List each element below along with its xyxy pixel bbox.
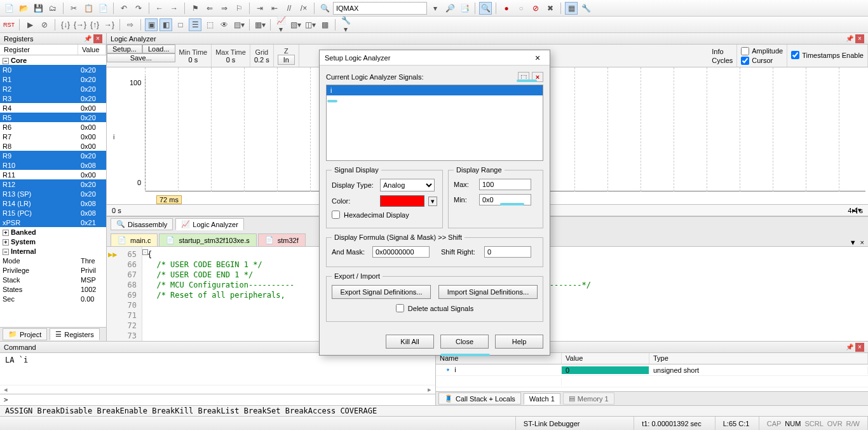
register-row[interactable]: R60x00 bbox=[0, 122, 106, 132]
run-to-cursor-icon[interactable]: →} bbox=[103, 18, 116, 31]
signal-item[interactable]: i bbox=[327, 85, 543, 95]
register-row[interactable]: R00x20 bbox=[0, 65, 106, 74]
delete-actual-check[interactable] bbox=[396, 304, 404, 312]
watch-col-value[interactable]: Value bbox=[562, 353, 649, 364]
register-row[interactable]: R20x20 bbox=[0, 84, 106, 94]
bookmark-next-icon[interactable]: ⇒ bbox=[218, 2, 231, 15]
scroll-left-icon[interactable]: ◂ bbox=[4, 385, 8, 394]
register-row[interactable]: R50x20 bbox=[0, 113, 106, 122]
and-mask-input[interactable] bbox=[372, 246, 430, 258]
register-row[interactable]: R13 (SP)0x20 bbox=[0, 189, 106, 198]
find-combo[interactable] bbox=[333, 2, 427, 15]
file-tab[interactable]: 📄main.c bbox=[111, 233, 158, 246]
dialog-close-icon[interactable]: × bbox=[531, 52, 545, 64]
bp-delete-icon[interactable]: ⊘ bbox=[529, 2, 542, 15]
watch-enter-expression[interactable] bbox=[436, 376, 868, 387]
open-icon[interactable]: 📂 bbox=[17, 2, 30, 15]
register-row[interactable]: Sec0.00 bbox=[0, 294, 106, 303]
pin-icon[interactable]: 📌 bbox=[845, 343, 854, 352]
register-group[interactable]: −Internal bbox=[0, 246, 106, 256]
save-icon[interactable]: 💾 bbox=[32, 2, 44, 15]
close-button[interactable]: Close bbox=[440, 335, 489, 349]
callstack-window-icon[interactable]: ⬚ bbox=[203, 18, 216, 31]
cut-icon[interactable]: ✂ bbox=[67, 2, 80, 15]
watch-col-type[interactable]: Type bbox=[649, 353, 868, 364]
show-next-icon[interactable]: ⇨ bbox=[124, 18, 137, 31]
copy-icon[interactable]: 📋 bbox=[82, 2, 95, 15]
watch-rows[interactable]: 🔹 i0unsigned short bbox=[436, 364, 868, 391]
col-register[interactable]: Register bbox=[0, 45, 78, 55]
disasm-window-icon[interactable]: ◧ bbox=[159, 18, 172, 31]
toolbox-icon[interactable]: ▩ bbox=[318, 18, 331, 31]
reset-icon[interactable]: RST bbox=[3, 18, 15, 31]
debug-icon[interactable]: 🔍 bbox=[479, 2, 492, 15]
undo-icon[interactable]: ↶ bbox=[118, 2, 130, 15]
register-row[interactable]: R30x20 bbox=[0, 94, 106, 103]
bookmark-prev-icon[interactable]: ⇐ bbox=[203, 2, 216, 15]
register-row[interactable]: StackMSP bbox=[0, 275, 106, 284]
la-load-button[interactable]: Load... bbox=[142, 45, 175, 53]
bp-disable-icon[interactable]: ○ bbox=[515, 2, 527, 15]
shift-right-input[interactable] bbox=[484, 246, 531, 258]
run-icon[interactable]: ▶ bbox=[24, 18, 36, 31]
outdent-icon[interactable]: ⇤ bbox=[268, 2, 281, 15]
la-save-button[interactable]: Save... bbox=[107, 53, 175, 62]
signals-list[interactable]: i bbox=[326, 85, 543, 161]
tab-logic-analyzer[interactable]: 📈 Logic Analyzer bbox=[175, 218, 244, 230]
forward-icon[interactable]: → bbox=[168, 2, 180, 15]
timestamps-check[interactable] bbox=[791, 51, 799, 59]
register-row[interactable]: R90x20 bbox=[0, 151, 106, 160]
zoom-in-button[interactable]: In bbox=[278, 55, 295, 65]
color-picker[interactable] bbox=[380, 195, 424, 207]
indent-icon[interactable]: ⇥ bbox=[254, 2, 266, 15]
tab-disassembly[interactable]: 🔍 Disassembly bbox=[111, 218, 173, 230]
pin-icon[interactable]: 📌 bbox=[845, 34, 854, 43]
register-row[interactable]: R40x00 bbox=[0, 103, 106, 113]
save-all-icon[interactable]: 🗂 bbox=[46, 2, 59, 15]
step-in-icon[interactable]: {↓} bbox=[59, 18, 72, 31]
bookmark-clear-icon[interactable]: ⚐ bbox=[233, 2, 245, 15]
cursor-check[interactable] bbox=[741, 57, 749, 65]
color-dropdown-icon[interactable]: ▾ bbox=[428, 197, 437, 206]
tab-memory[interactable]: ▤ Memory 1 bbox=[563, 392, 614, 405]
sysview-window-icon[interactable]: ◫▾ bbox=[304, 18, 316, 31]
amplitude-check[interactable] bbox=[741, 47, 749, 55]
uncomment-icon[interactable]: /× bbox=[297, 2, 310, 15]
max-input[interactable] bbox=[479, 179, 531, 190]
bookmark-icon[interactable]: ⚑ bbox=[189, 2, 201, 15]
close-icon[interactable]: × bbox=[860, 239, 864, 246]
register-row[interactable]: R100x08 bbox=[0, 160, 106, 170]
stop-icon[interactable]: ⊘ bbox=[38, 18, 51, 31]
watch-window-icon[interactable]: 👁 bbox=[218, 18, 231, 31]
dropdown-icon[interactable]: ▼ bbox=[850, 239, 857, 246]
redo-icon[interactable]: ↷ bbox=[132, 2, 145, 15]
register-group[interactable]: −Core bbox=[0, 55, 106, 65]
register-row[interactable]: R110x00 bbox=[0, 170, 106, 179]
close-icon[interactable]: × bbox=[855, 343, 864, 352]
debug-settings-icon[interactable]: 🔧▾ bbox=[339, 18, 352, 31]
paste-icon[interactable]: 📄 bbox=[97, 2, 109, 15]
tab-registers[interactable]: ☰ Registers bbox=[50, 328, 99, 340]
register-row[interactable]: R15 (PC)0x08 bbox=[0, 208, 106, 218]
register-group[interactable]: +System bbox=[0, 237, 106, 246]
close-icon[interactable]: × bbox=[93, 34, 102, 43]
tab-callstack[interactable]: 🧵 Call Stack + Locals bbox=[438, 392, 521, 405]
step-out-icon[interactable]: {↑} bbox=[88, 18, 101, 31]
hex-display-check[interactable] bbox=[332, 211, 340, 219]
serial-window-icon[interactable]: ▦▾ bbox=[254, 18, 266, 31]
register-group[interactable]: +Banked bbox=[0, 227, 106, 237]
register-row[interactable]: PrivilegePrivil bbox=[0, 265, 106, 275]
config-icon[interactable]: 🔧 bbox=[580, 2, 592, 15]
analyzer-window-icon[interactable]: 📈▾ bbox=[275, 18, 287, 31]
window-icon[interactable]: ▦ bbox=[565, 2, 578, 15]
import-signals-button[interactable]: Import Signal Definitions... bbox=[438, 285, 538, 299]
find-file-icon[interactable]: 🔍 bbox=[318, 2, 331, 15]
bp-killall-icon[interactable]: ✖ bbox=[544, 2, 557, 15]
watch-row[interactable]: 🔹 i0unsigned short bbox=[436, 364, 868, 376]
register-row[interactable]: R70x00 bbox=[0, 132, 106, 141]
export-signals-button[interactable]: Export Signal Definitions... bbox=[332, 285, 431, 299]
tab-project[interactable]: 📁 Project bbox=[3, 328, 47, 340]
dropdown-icon[interactable]: ▾ bbox=[429, 2, 442, 15]
find-in-files-icon[interactable]: 📑 bbox=[458, 2, 471, 15]
la-setup-button[interactable]: Setup... bbox=[107, 45, 142, 53]
